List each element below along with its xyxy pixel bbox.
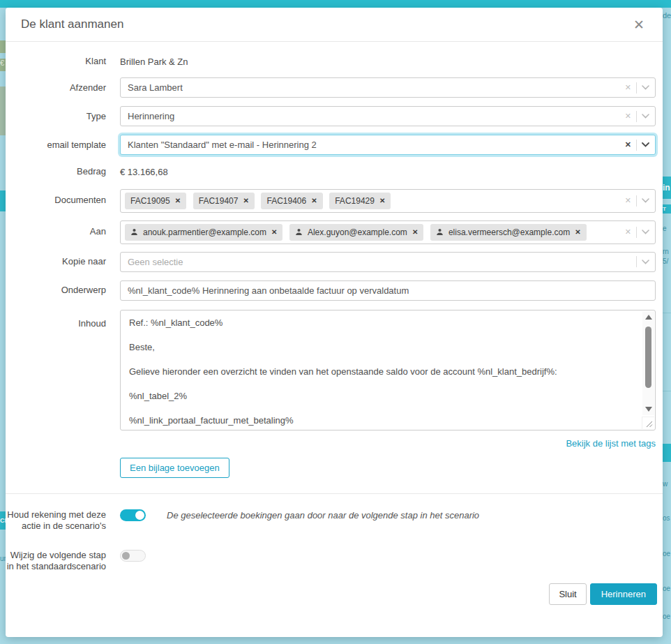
document-tag: FAC19407✕ [193, 193, 255, 209]
select-divider [636, 140, 637, 151]
clear-icon[interactable]: ✕ [625, 196, 631, 205]
remove-tag-icon[interactable]: ✕ [243, 197, 248, 204]
chevron-down-icon[interactable] [642, 230, 649, 234]
select-divider [636, 195, 637, 207]
select-divider [636, 111, 637, 122]
person-icon [130, 228, 138, 236]
scenario-toggle-label: Houd rekening met deze actie in de scena… [6, 508, 120, 532]
background-text-fragment: oe [663, 585, 671, 593]
documenten-select[interactable]: FAC19095✕ FAC19407✕ FAC19406✕ FAC19429✕ … [120, 189, 656, 213]
inhoud-line: %nl_tabel_2% [129, 391, 633, 401]
background-text-fragment: de [663, 11, 671, 21]
inhoud-label: Inhoud [6, 310, 120, 329]
background-strip: € [0, 59, 6, 71]
email-template-label: email template [6, 140, 120, 151]
klant-label: Klant [6, 56, 120, 67]
clear-icon[interactable]: ✕ [625, 83, 631, 92]
type-label: Type [6, 111, 120, 122]
documenten-tags: FAC19095✕ FAC19407✕ FAC19406✕ FAC19429✕ [125, 191, 619, 211]
scroll-down-icon[interactable] [645, 407, 652, 412]
remove-tag-icon[interactable]: ✕ [175, 197, 181, 204]
remind-button[interactable]: Herinneren [590, 583, 657, 605]
email-template-select[interactable]: Klanten "Standaard" met e-mail - Herinne… [120, 135, 656, 155]
toggle-knob [122, 552, 130, 560]
recipient-tag: anouk.parmentier@example.com✕ [125, 224, 282, 241]
afzender-value: Sara Lambert [128, 82, 619, 93]
chevron-down-icon[interactable] [642, 198, 649, 203]
field-row-onderwerp: Onderwerp %nl_klant_code% Herinnering aa… [6, 280, 656, 301]
close-icon[interactable]: ✕ [631, 17, 647, 33]
background-text-fragment: e [663, 225, 671, 233]
background-topbar [0, 0, 671, 8]
scroll-thumb[interactable] [645, 327, 651, 388]
background-text-fragment: w [663, 480, 671, 488]
kopie-naar-label: Kopie naar [6, 256, 120, 267]
tag-label: elisa.vermeersch@example.com [448, 227, 570, 237]
remove-tag-icon[interactable]: ✕ [412, 228, 418, 236]
afzender-select[interactable]: Sara Lambert ✕ [120, 77, 656, 98]
scroll-up-icon[interactable] [645, 315, 652, 320]
tags-list-link[interactable]: Bekijk de lijst met tags [566, 438, 656, 449]
field-row-klant: Klant Brillen Park & Zn [6, 56, 656, 67]
onderwerp-input[interactable]: %nl_klant_code% Herinnering aan onbetaal… [120, 280, 656, 301]
aan-tags: anouk.parmentier@example.com✕ Alex.guyon… [125, 223, 619, 242]
chevron-down-icon[interactable] [642, 114, 649, 119]
select-divider [636, 227, 637, 238]
tag-label: FAC19095 [130, 196, 170, 206]
remove-tag-icon[interactable]: ✕ [575, 228, 580, 236]
document-tag: FAC19095✕ [125, 193, 186, 209]
dialog-title: De klant aanmanen [21, 17, 123, 31]
add-attachment-button[interactable]: Een bijlage toevoegen [120, 458, 229, 478]
remove-tag-icon[interactable]: ✕ [379, 197, 385, 204]
tag-label: FAC19406 [266, 196, 306, 206]
remove-tag-icon[interactable]: ✕ [271, 228, 277, 236]
background-strip [0, 190, 6, 211]
reminder-dialog: De klant aanmanen ✕ Klant Brillen Park &… [6, 8, 663, 637]
next-step-toggle-label: Wijzig de volgende stap in het standaard… [6, 548, 120, 573]
textarea-scrollbar[interactable] [642, 311, 654, 415]
chevron-down-icon[interactable] [642, 85, 649, 90]
background-strip [663, 444, 671, 462]
background-strip [0, 87, 6, 135]
field-row-aan: Aan anouk.parmentier@example.com✕ Alex.g… [6, 220, 656, 244]
chevron-down-icon[interactable] [642, 260, 649, 264]
tag-label: anouk.parmentier@example.com [143, 227, 266, 237]
kopie-naar-select[interactable]: Geen selectie [120, 252, 656, 272]
aan-label: Aan [6, 226, 120, 237]
background-text-fragment: ur [0, 555, 6, 563]
tag-label: FAC19429 [335, 196, 375, 206]
type-select[interactable]: Herinnering ✕ [120, 106, 656, 126]
inhoud-line: %nl_link_portaal_factuur_met_betaling% [129, 416, 633, 426]
recipient-tag: Alex.guyon@example.com✕ [289, 224, 423, 241]
documenten-label: Documenten [6, 195, 120, 206]
chevron-down-icon[interactable] [642, 142, 649, 147]
background-divider [661, 313, 671, 313]
dialog-header: De klant aanmanen ✕ [6, 8, 663, 42]
background-strip: in [663, 177, 671, 199]
onderwerp-label: Onderwerp [6, 285, 120, 296]
kopie-naar-placeholder: Geen selectie [128, 257, 631, 267]
inhoud-textarea[interactable]: Ref.: %nl_klant_code% Beste, Gelieve hie… [120, 310, 656, 430]
document-tag: FAC19429✕ [329, 193, 391, 209]
reminder-form: Klant Brillen Park & Zn Afzender Sara La… [6, 42, 663, 573]
scenario-toggle[interactable] [120, 509, 146, 521]
tags-link-row: Bekijk de lijst met tags [6, 437, 656, 449]
clear-icon[interactable]: ✕ [625, 227, 631, 237]
resize-handle-icon[interactable] [642, 417, 654, 429]
person-icon [436, 228, 444, 236]
background-strip [0, 40, 6, 53]
klant-value: Brillen Park & Zn [120, 57, 188, 67]
document-tag: FAC19406✕ [261, 193, 322, 209]
inhoud-line: Beste, [129, 343, 633, 352]
next-step-toggle[interactable] [120, 550, 146, 562]
tag-label: Alex.guyon@example.com [308, 227, 407, 237]
clear-icon[interactable]: ✕ [625, 140, 631, 149]
clear-icon[interactable]: ✕ [625, 112, 631, 121]
dialog-footer: Sluit Herinneren [549, 583, 657, 605]
background-text-fragment: oe [663, 613, 671, 621]
close-button[interactable]: Sluit [549, 583, 586, 605]
field-row-type: Type Herinnering ✕ [6, 106, 656, 126]
section-divider [6, 493, 663, 494]
aan-select[interactable]: anouk.parmentier@example.com✕ Alex.guyon… [120, 220, 656, 244]
remove-tag-icon[interactable]: ✕ [311, 197, 317, 204]
